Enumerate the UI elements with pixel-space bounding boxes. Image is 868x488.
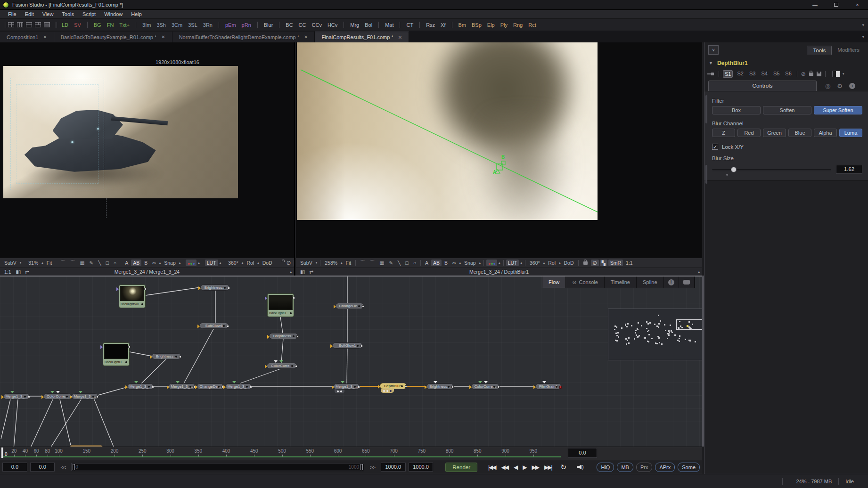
node-Merge1_3_[interactable]: Merge1_3_... [72,393,98,399]
show-controls-icon[interactable]: ∅ [591,260,599,266]
swap-views-icon[interactable]: ⇄ [308,268,316,275]
dropup-caret-icon[interactable]: ▴ [159,261,162,265]
save-settings-icon[interactable] [817,72,821,76]
spline-b-icon[interactable]: ⌒ [368,259,377,267]
viewer-left-expand-icon[interactable]: ▴ [290,270,292,274]
tool-bg[interactable]: BG [91,21,104,29]
timeline-ruler[interactable]: 0 0.0 2040608010015020025030035040045050… [0,447,702,460]
tool-3sl[interactable]: 3SL [185,21,200,29]
flow-info-button[interactable]: i [664,277,679,288]
render-flag-icon[interactable] [559,386,562,389]
node-ColorCorre[interactable]: ColorCorre... [471,383,499,390]
dropup-caret-icon[interactable]: ▴ [257,261,260,265]
workspace-tab-console[interactable]: ⊘Console [566,277,605,288]
workspace-tab-spline[interactable]: Spline [637,277,664,288]
node-ColorCorre[interactable]: ColorCorre... [267,363,297,369]
layout-drawer-icon[interactable] [44,22,50,27]
node-output-icon[interactable] [293,297,295,299]
spline-a-icon[interactable]: ⌒ [358,259,367,267]
dropup-caret-icon[interactable]: ▴ [459,261,462,265]
audio-mute-button[interactable]: ) [577,464,583,470]
node-SoftGlow8[interactable]: SoftGlow8 [199,323,229,329]
tab-close-icon[interactable]: ✕ [161,34,165,40]
menu-edit[interactable]: Edit [21,10,38,18]
channel-alpha-button[interactable]: Alpha [814,129,837,137]
range-start-handle[interactable] [73,464,75,470]
circle-roi-icon[interactable]: ○ [411,260,418,266]
node-output-icon[interactable] [228,287,230,289]
grid-icon[interactable]: ▦ [377,260,386,266]
flow-minimap[interactable] [608,309,702,360]
channel-rgb-icon[interactable] [486,260,497,266]
buffer-ab-button[interactable]: AB [431,260,442,266]
node-Merge1_3_[interactable]: Merge1_3_... [3,393,30,399]
toolbar-overflow-chevron-icon[interactable]: ▾ [862,23,864,27]
grid-icon[interactable]: ▦ [78,260,86,266]
menu-window[interactable]: Window [100,10,127,18]
node-top-input-icon[interactable] [341,381,344,385]
tool-3sh[interactable]: 3Sh [154,21,169,29]
tool-ld[interactable]: LD [59,21,71,29]
layout-hsplit-icon[interactable] [26,22,32,27]
disable-icon[interactable]: ⊘ [801,71,806,77]
dod-button[interactable]: DoD [261,260,274,266]
node-collapse-chevron-icon[interactable]: ▼ [709,61,713,65]
node-top-input-icon[interactable] [10,391,14,395]
tool-rng[interactable]: Rng [510,21,525,29]
blur-size-value[interactable]: 1.62 [836,165,862,174]
scroll-grip[interactable] [705,165,707,184]
node-input-icon[interactable] [265,365,269,368]
node-output-icon[interactable] [296,335,299,338]
doc-tab[interactable]: FinalCompResults_F01.comp *✕ [315,32,409,42]
tool-fn[interactable]: FN [104,21,117,29]
quality-some-button[interactable]: Some [678,463,700,472]
node-output-icon[interactable] [128,346,131,348]
menu-script[interactable]: Script [78,10,100,18]
node-Merge1_3_[interactable]: Merge1_3_... [225,383,252,390]
buffer-ab-button[interactable]: AB [131,260,141,266]
lut-button[interactable]: LUT [205,260,218,266]
dropup-caret-icon[interactable]: ▴ [520,261,523,265]
node-output-icon[interactable] [360,345,363,347]
roi-button[interactable]: Rol [546,260,557,266]
range-rewind-button[interactable]: << [57,464,68,470]
pixel-ratio-button[interactable]: 1:1 [2,268,13,275]
dropup-caret-icon[interactable]: ▴ [479,261,482,265]
dropup-caret-icon[interactable]: ▴ [543,261,546,265]
node-output-icon[interactable] [497,386,500,388]
buffer-b-button[interactable]: B [142,260,149,266]
dropdown-caret-icon[interactable]: ▾ [19,261,22,265]
tab-close-icon[interactable]: ✕ [398,35,402,40]
viewer-lock-icon[interactable] [583,261,588,265]
node-Brightness[interactable]: Brightness... [152,353,181,359]
tool-sv[interactable]: SV [71,21,84,29]
info-icon[interactable]: i [849,83,855,89]
roi-button[interactable]: Rol [245,260,256,266]
dropup-caret-icon[interactable]: ▴ [241,261,244,265]
node-ColorCorre[interactable]: ColorCorre... [43,393,72,399]
node-input-icon[interactable] [533,385,538,389]
depth-pick-overlay[interactable] [297,42,598,220]
slice-icon[interactable]: ╲ [96,260,103,266]
node-input-icon[interactable] [267,335,271,339]
paint-icon[interactable]: ✎ [387,260,395,266]
node-Brightness[interactable]: Brightness... [269,333,298,339]
version-s1-button[interactable]: S1 [723,70,733,78]
node-output-icon[interactable] [250,386,252,388]
view-360-button[interactable]: 360° [226,260,240,266]
tool-elp[interactable]: Elp [484,21,498,29]
lock-xy-checkbox[interactable]: ✓ [712,144,718,150]
blur-size-slider[interactable] [712,166,831,173]
node-Merge1_3_[interactable]: Merge1_3_... [334,383,360,390]
swap-views-icon[interactable]: ⇄ [23,268,31,275]
global-end-field[interactable]: 1000.0 [409,463,434,472]
doc-tab[interactable]: NormalBufferToShaderRelightDemoExample.c… [172,32,315,42]
tool-bol[interactable]: Bol [362,21,375,29]
playhead[interactable] [1,447,3,458]
circle-roi-icon[interactable]: ○ [112,260,118,266]
close-button[interactable]: × [847,0,868,9]
tool-ct[interactable]: CT [403,21,416,29]
channel-rgb-icon[interactable] [186,260,197,266]
node-top-input-icon[interactable] [279,360,283,365]
show-controls-icon[interactable]: ∅ [285,260,293,266]
